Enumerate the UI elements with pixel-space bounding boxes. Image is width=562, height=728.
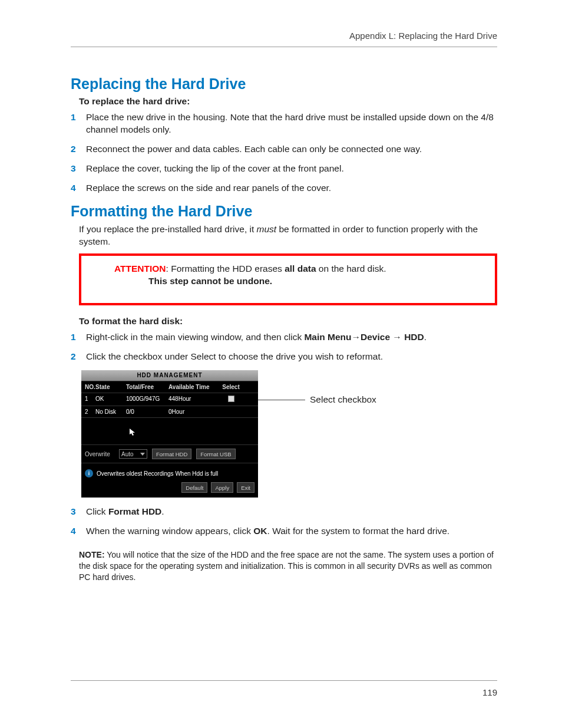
replace-steps-list: 1Place the new drive in the housing. Not…: [71, 111, 497, 195]
attention-label: ATTENTION: [114, 263, 166, 274]
cell-at: 448Hour: [168, 396, 217, 403]
callout-label: Select checkbox: [310, 394, 376, 405]
text-bold: HDD: [404, 332, 424, 342]
step-number: 2: [71, 143, 86, 156]
info-row: i Overwrites oldest Recordings When Hdd …: [81, 463, 258, 480]
format-usb-button[interactable]: Format USB: [196, 449, 235, 459]
cursor-icon: [130, 429, 135, 436]
default-button[interactable]: Default: [181, 482, 207, 493]
formatting-intro: If you replace the pre-installed hard dr…: [79, 223, 497, 248]
format-steps-list: 1 Right-click in the main viewing window…: [71, 331, 497, 363]
header-rule: [71, 47, 497, 47]
step-number: 1: [71, 331, 86, 344]
cell-tf: 0/0: [126, 409, 168, 415]
step-number: 3: [71, 163, 86, 175]
format-intro: To format the hard disk:: [79, 316, 497, 327]
text: .: [161, 506, 164, 516]
step-text: Click the checkbox under Select to choos…: [86, 351, 497, 363]
text: on the hard disk.: [316, 263, 386, 274]
table-blank-area: [81, 417, 258, 444]
text: If you replace the pre-installed hard dr…: [79, 224, 257, 234]
select-checkbox[interactable]: [217, 396, 245, 403]
col-select: Select: [217, 384, 245, 390]
table-header: NO. State Total/Free Available Time Sele…: [81, 381, 258, 393]
cell-no: 2: [85, 409, 95, 415]
text-bold: Main Menu: [304, 332, 351, 342]
text-bold: all data: [285, 263, 316, 274]
table-row: 1 OK 1000G/947G 448Hour: [81, 393, 258, 406]
section-heading-replacing: Replacing the Hard Drive: [71, 75, 497, 93]
chevron-down-icon: [140, 453, 145, 456]
text-bold: Format HDD: [108, 506, 161, 516]
step-text: Click Format HDD.: [86, 506, 497, 518]
format-steps-list-cont: 3 Click Format HDD. 4 When the warning w…: [71, 506, 497, 538]
cell-at: 0Hour: [168, 409, 217, 415]
info-icon: i: [85, 469, 93, 477]
step-text: Place the new drive in the housing. Note…: [86, 111, 497, 136]
attention-line2: This step cannot be undone.: [148, 275, 487, 288]
text-bold: Device: [361, 332, 390, 342]
overwrite-controls: Overwrite Auto Format HDD Format USB: [81, 444, 258, 463]
col-availtime: Available Time: [168, 384, 217, 390]
bottom-buttons: Default Apply Exit: [81, 480, 258, 498]
overwrite-label: Overwrite: [85, 451, 114, 457]
cell-tf: 1000G/947G: [126, 396, 168, 403]
note-paragraph: NOTE: You will notice that the size of t…: [79, 549, 497, 583]
hdd-management-screenshot: HDD MANAGEMENT NO. State Total/Free Avai…: [81, 370, 258, 498]
text: : Formatting the HDD erases: [166, 263, 285, 274]
replace-intro: To replace the hard drive:: [79, 96, 497, 107]
window-title: HDD MANAGEMENT: [81, 370, 258, 381]
cell-state: OK: [95, 396, 126, 403]
page-number: 119: [482, 687, 497, 697]
arrow-icon: →: [390, 332, 404, 342]
step-text: Replace the screws on the side and rear …: [86, 182, 497, 195]
step-text: Reconnect the power and data cables. Eac…: [86, 143, 497, 156]
cell-sel: [217, 409, 245, 415]
step-number: 4: [71, 525, 86, 538]
apply-button[interactable]: Apply: [211, 482, 233, 493]
col-no: NO.: [85, 384, 95, 390]
note-label: NOTE:: [79, 550, 105, 559]
text: . Wait for the system to format the hard…: [267, 526, 450, 536]
list-item: 3Replace the cover, tucking the lip of t…: [71, 163, 497, 175]
page-header: Appendix L: Replacing the Hard Drive: [71, 31, 497, 41]
list-item: 1 Right-click in the main viewing window…: [71, 331, 497, 344]
section-heading-formatting: Formatting the Hard Drive: [71, 203, 497, 220]
checkbox-icon: [228, 396, 234, 402]
step-number: 1: [71, 111, 86, 136]
overwrite-dropdown[interactable]: Auto: [119, 449, 147, 459]
step-text: Replace the cover, tucking the lip of th…: [86, 163, 497, 175]
step-text: When the warning window appears, click O…: [86, 525, 497, 538]
document-page: Appendix L: Replacing the Hard Drive Rep…: [0, 0, 562, 728]
arrow-icon: →: [352, 332, 361, 342]
exit-button[interactable]: Exit: [237, 482, 254, 493]
attention-line1: ATTENTION: Formatting the HDD erases all…: [114, 263, 487, 275]
text: When the warning window appears, click: [86, 526, 253, 536]
col-totalfree: Total/Free: [126, 384, 168, 390]
step-text: Right-click in the main viewing window, …: [86, 331, 497, 344]
note-text: You will notice that the size of the HDD…: [79, 550, 494, 582]
cell-no: 1: [85, 396, 95, 403]
text: Right-click in the main viewing window, …: [86, 332, 304, 342]
text-italic: must: [257, 224, 277, 234]
table-row: 2 No Disk 0/0 0Hour: [81, 406, 258, 417]
dropdown-value: Auto: [121, 451, 134, 457]
format-hdd-button[interactable]: Format HDD: [152, 449, 191, 459]
text: .: [424, 332, 427, 342]
callout-line: [258, 400, 305, 400]
step-number: 3: [71, 506, 86, 518]
hdd-table: NO. State Total/Free Available Time Sele…: [81, 381, 258, 444]
text: Click: [86, 506, 108, 516]
list-item: 4Replace the screws on the side and rear…: [71, 182, 497, 195]
step-number: 4: [71, 182, 86, 195]
footer-rule: [71, 680, 497, 681]
embedded-screenshot-row: HDD MANAGEMENT NO. State Total/Free Avai…: [81, 370, 497, 498]
list-item: 1Place the new drive in the housing. Not…: [71, 111, 497, 136]
list-item: 2Reconnect the power and data cables. Ea…: [71, 143, 497, 156]
text-bold: OK: [253, 526, 267, 536]
col-state: State: [95, 384, 126, 390]
list-item: 4 When the warning window appears, click…: [71, 525, 497, 538]
attention-box: ATTENTION: Formatting the HDD erases all…: [79, 253, 497, 305]
list-item: 3 Click Format HDD.: [71, 506, 497, 518]
list-item: 2Click the checkbox under Select to choo…: [71, 351, 497, 363]
